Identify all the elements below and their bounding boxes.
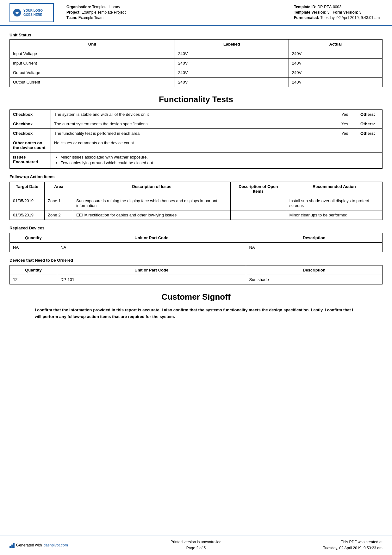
team-line: Team: Example Team [66,16,288,20]
func-test-label: Issues Encountered [10,153,51,169]
func-test-label: Checkbox [10,119,51,129]
follow-up-cell-description: Sun exposure is ruining the display face… [73,196,231,210]
follow-up-cell-recommended: Install sun shade over all displays to p… [286,196,382,210]
follow-up-cell-target_date: 01/05/2019 [10,210,45,220]
follow-up-header-row: Target Date Area Description of Issue De… [10,182,383,196]
follow-up-cell-target_date: 01/05/2019 [10,196,45,210]
follow-up-cell-area: Zone 1 [45,196,73,210]
unit-status-cell: Input Current [10,59,175,68]
func-test-row: CheckboxThe system is stable and with al… [10,110,383,119]
labelled-col-header: Labelled [175,40,289,49]
func-test-label: Checkbox [10,110,51,119]
logo-icon [13,8,22,17]
func-test-description: The system is stable and with all of the… [51,110,338,119]
unit-status-row: Input Voltage240V240V [10,49,383,59]
footer-bars-icon [9,543,15,548]
description-issue-header: Description of Issue [73,182,231,196]
target-date-header: Target Date [10,182,45,196]
functionality-tests-heading: Functionality Tests [9,95,383,104]
header-right: Template ID: DP-PEA-0003 Template Versio… [294,3,383,22]
func-test-row: CheckboxThe current system meets the des… [10,119,383,129]
follow-up-cell-recommended: Minor cleanups to be performed [286,210,382,220]
dto-quantity-header: Quantity [10,265,57,275]
footer-center-line2: Page 2 of 5 [134,545,258,551]
bar1 [9,546,11,548]
func-test-label: Other notes on the device count [10,138,51,153]
unit-status-cell: 240V [175,59,289,68]
devices-to-order-label: Devices that Need to be Ordered [9,258,383,263]
footer-logo: Generated with dashpivot.com [9,543,68,548]
version-line: Template Version: 3 Form Version: 3 [294,10,383,15]
footer-center-line1: Printed version is uncontrolled [134,539,258,545]
replaced-device-cell: NA [10,243,57,252]
unit-col-header: Unit [10,40,175,49]
func-test-description: No issues or comments on the device coun… [51,138,338,153]
page-header: YOUR LOGO GOES HERE Organisation: Templa… [0,0,392,26]
logo-box: YOUR LOGO GOES HERE [9,3,54,22]
header-center: Organisation: Template Library Project: … [60,3,288,22]
devices-to-order-header-row: Quantity Unit or Part Code Description [10,265,383,275]
unit-status-cell: Output Voltage [10,68,175,78]
follow-up-cell-open_items [231,210,286,220]
func-test-row: CheckboxThe functionality test is perfor… [10,129,383,138]
unit-status-cell: 240V [175,68,289,78]
func-test-value: Yes [338,119,357,129]
dto-description-header: Description [246,265,382,275]
footer-right: This PDF was created at Tuesday, 02 Apri… [258,539,383,551]
unit-status-cell: 240V [175,49,289,59]
logo-text: YOUR LOGO GOES HERE [23,9,51,17]
func-test-others: Others: [357,119,383,129]
issue-item: Few cables lying around which could be c… [60,160,379,165]
template-id-line: Template ID: DP-PEA-0003 [294,5,383,9]
customer-signoff-text: I confirm that the information provided … [35,307,357,320]
follow-up-cell-area: Zone 2 [45,210,73,220]
replaced-device-row: NANANA [10,243,383,252]
follow-up-row: 01/05/2019Zone 1Sun exposure is ruining … [10,196,383,210]
func-test-value [338,138,357,153]
func-test-issues: Minor issues associated with weather exp… [51,153,383,169]
project-line: Project: Example Template Project [66,10,288,15]
follow-up-cell-description: EEHA rectification for cables and other … [73,210,231,220]
page-footer: Generated with dashpivot.com Printed ver… [0,535,392,555]
unit-status-label: Unit Status [9,33,383,37]
footer-generated-label: Generated with [16,543,42,547]
unit-status-row: Output Voltage240V240V [10,68,383,78]
footer-left: Generated with dashpivot.com [9,543,134,548]
footer-right-line1: This PDF was created at [258,539,383,545]
unit-status-cell: 240V [175,78,289,87]
device-to-order-cell: DP-101 [57,275,246,284]
replaced-device-cell: NA [246,243,382,252]
unit-status-header-row: Unit Labelled Actual [10,40,383,49]
rd-description-header: Description [246,233,382,243]
unit-status-table: Unit Labelled Actual Input Voltage240V24… [9,39,383,87]
func-test-description: The functionality test is performed in e… [51,129,338,138]
bar2 [11,545,13,548]
device-to-order-row: 12DP-101Sun shade [10,275,383,284]
follow-up-row: 01/05/2019Zone 2EEHA rectification for c… [10,210,383,220]
device-to-order-cell: 12 [10,275,57,284]
issue-item: Minor issues associated with weather exp… [60,155,379,159]
unit-status-cell: Output Current [10,78,175,87]
unit-status-cell: 240V [289,59,382,68]
customer-signoff-heading: Customer Signoff [9,292,383,302]
unit-status-row: Output Current240V240V [10,78,383,87]
follow-up-cell-open_items [231,196,286,210]
dashpivot-link[interactable]: dashpivot.com [43,543,68,547]
devices-to-order-table: Quantity Unit or Part Code Description 1… [9,265,383,284]
func-test-label: Checkbox [10,129,51,138]
device-to-order-cell: Sun shade [246,275,382,284]
func-test-row: Issues EncounteredMinor issues associate… [10,153,383,169]
unit-status-cell: 240V [289,49,382,59]
rd-part-code-header: Unit or Part Code [57,233,246,243]
func-test-others [357,138,383,153]
follow-up-table: Target Date Area Description of Issue De… [9,182,383,220]
func-test-value: Yes [338,110,357,119]
actual-col-header: Actual [289,40,382,49]
unit-status-cell: 240V [289,68,382,78]
dto-part-code-header: Unit or Part Code [57,265,246,275]
unit-status-cell: Input Voltage [10,49,175,59]
footer-center: Printed version is uncontrolled Page 2 o… [134,539,258,551]
description-open-header: Description of Open Items [231,182,286,196]
unit-status-cell: 240V [289,78,382,87]
func-test-description: The current system meets the design spec… [51,119,338,129]
